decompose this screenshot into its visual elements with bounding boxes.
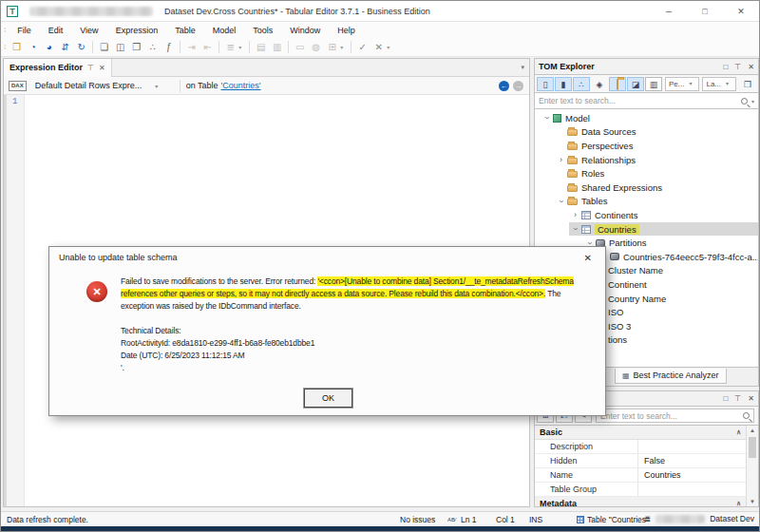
find-window-icon[interactable]: ▭ — [292, 40, 308, 55]
outdent-icon[interactable]: ⇤ — [200, 40, 216, 55]
edit-scripts-icon[interactable]: ◕ — [41, 40, 57, 55]
expander-icon[interactable]: › — [555, 155, 567, 164]
expander-icon[interactable]: › — [569, 210, 581, 219]
toolbar-grip-icon[interactable]: ⁞ — [4, 43, 5, 51]
tree-item-model[interactable]: ›Model — [535, 111, 758, 125]
linked-properties-icon[interactable]: ❐ — [739, 77, 756, 91]
cancel-changes-dropdown-icon[interactable]: ▾ — [387, 44, 394, 50]
format-dax-dropdown-icon[interactable]: ▾ — [238, 44, 246, 50]
menu-tools[interactable]: Tools — [244, 24, 281, 37]
tab-expression-editor[interactable]: Expression Editor ⊤ ✕ — [4, 59, 112, 77]
menu-grip-icon[interactable]: ⁞ — [4, 26, 5, 34]
format-dax-icon[interactable]: ≣ — [222, 40, 238, 55]
search-options-dropdown-icon[interactable]: ▾ — [751, 98, 754, 104]
property-value[interactable]: Countries — [638, 468, 746, 482]
pin-icon[interactable]: ⊤ — [734, 394, 741, 403]
table-preview-icon[interactable]: ◫ — [112, 40, 128, 55]
indent-icon[interactable]: ⇥ — [183, 40, 200, 55]
accept-changes-icon[interactable]: ✓ — [354, 40, 370, 55]
window-layout-icon[interactable]: ⊞ — [324, 40, 340, 55]
pin-icon[interactable]: ⊤ — [87, 64, 94, 72]
tree-item-data-sources[interactable]: Data Sources — [535, 125, 758, 140]
tree-item-roles[interactable]: Roles — [535, 166, 758, 180]
expander-icon[interactable]: › — [555, 197, 567, 206]
dialog-close-icon[interactable]: ✕ — [584, 253, 592, 263]
property-value[interactable] — [638, 483, 746, 496]
import-tables-icon[interactable]: ⇵ — [57, 40, 73, 55]
expander-icon[interactable]: › — [541, 113, 553, 123]
hide-hidden-objects-icon[interactable]: ◪ — [627, 77, 644, 91]
tom-search-input[interactable] — [535, 93, 741, 108]
pin-icon[interactable]: ⊤ — [734, 63, 741, 71]
property-value[interactable]: False — [638, 454, 746, 467]
menu-help[interactable]: Help — [329, 24, 364, 37]
close-tab-icon[interactable]: ✕ — [99, 64, 105, 72]
menu-expression[interactable]: Expression — [107, 24, 167, 37]
tab-best-practice-analyzer[interactable]: ▦ Best Practice Analyzer — [615, 369, 727, 384]
property-group-metadata[interactable]: Metadata∧ — [535, 497, 746, 507]
partitions-view-icon[interactable]: ◈ — [591, 77, 608, 91]
tree-item-countries[interactable]: ›Countries — [535, 222, 758, 237]
properties-scrollbar[interactable]: ▲ ▼ — [746, 426, 758, 506]
collapse-icon[interactable]: ∧ — [736, 428, 741, 436]
insert-rows-icon[interactable]: ▥ — [269, 40, 285, 55]
columns-view-icon[interactable]: ▥ — [645, 77, 662, 91]
script-icon[interactable]: ƒ — [161, 40, 177, 55]
deploy-icon[interactable]: ◔ — [25, 40, 41, 55]
tab-list-dropdown-icon[interactable]: ▾ — [521, 64, 524, 71]
filter-tables-icon[interactable]: ▯ — [537, 77, 554, 91]
comment-icon[interactable]: ◍ — [308, 40, 324, 55]
expander-icon[interactable]: › — [569, 224, 581, 234]
window-layout-dropdown-icon[interactable]: ▾ — [340, 44, 348, 50]
menu-window[interactable]: Window — [281, 24, 329, 37]
close-button[interactable]: ✕ — [723, 2, 759, 21]
menu-file[interactable]: File — [9, 24, 40, 37]
cancel-changes-icon[interactable]: ✕ — [370, 40, 387, 55]
property-value[interactable] — [638, 440, 746, 453]
scroll-down-icon[interactable]: ▼ — [747, 499, 758, 504]
scrollbar-thumb[interactable] — [749, 437, 756, 458]
minimize-button[interactable]: ─ — [651, 2, 687, 21]
display-folders-icon[interactable] — [609, 77, 626, 91]
relationships-icon[interactable]: ∴ — [144, 40, 161, 55]
tree-item-tables[interactable]: ›Tables — [535, 195, 758, 209]
maximize-panel-icon[interactable]: □ — [723, 394, 728, 403]
tree-item-perspectives[interactable]: Perspectives — [535, 139, 758, 153]
filter-table-objects-icon[interactable]: ▮ — [555, 77, 572, 91]
tree-item-relationships[interactable]: ›Relationships — [535, 153, 758, 167]
tree-item-shared-expressions[interactable]: Shared Expressions — [535, 180, 758, 195]
property-group-basic[interactable]: Basic∧ — [535, 426, 746, 440]
menu-table[interactable]: Table — [166, 24, 204, 37]
menu-view[interactable]: View — [71, 24, 106, 37]
scroll-up-icon[interactable]: ▲ — [747, 428, 758, 433]
collapse-icon[interactable]: ∧ — [736, 500, 741, 507]
maximize-panel-icon[interactable]: □ — [723, 63, 728, 71]
tree-item-continents[interactable]: ›Continents — [535, 208, 758, 222]
properties-search-input[interactable] — [597, 409, 743, 422]
perspective-selector[interactable]: Pe...▾ — [665, 77, 699, 91]
duplicate-icon[interactable]: ❐ — [128, 40, 144, 55]
close-panel-icon[interactable]: ✕ — [748, 394, 754, 403]
hierarchy-view-icon[interactable]: ∴ — [573, 77, 590, 91]
menu-edit[interactable]: Edit — [40, 24, 72, 37]
table-countries-link[interactable]: 'Countries' — [221, 81, 261, 90]
property-row-description[interactable]: Description — [535, 440, 746, 454]
property-row-name[interactable]: NameCountries — [535, 468, 746, 483]
maximize-button[interactable]: □ — [687, 2, 723, 21]
tom-explorer-title: TOM Explorer — [539, 62, 595, 71]
refresh-icon[interactable]: ↻ — [73, 40, 89, 55]
tree-item-core: Shared Expressions — [555, 180, 758, 195]
new-expression-icon[interactable]: ❏ — [96, 40, 112, 55]
ok-button[interactable]: OK — [304, 389, 352, 408]
forward-icon[interactable]: → — [513, 81, 523, 91]
back-icon[interactable]: ← — [499, 81, 509, 91]
insert-columns-icon[interactable]: ▤ — [253, 40, 269, 55]
culture-selector[interactable]: La...▾ — [702, 77, 736, 91]
toolbar-separator — [92, 41, 93, 53]
menu-model[interactable]: Model — [204, 24, 245, 37]
expression-selector-dropdown[interactable]: Default Detail Rows Expre... ▾ — [31, 81, 174, 90]
close-panel-icon[interactable]: ✕ — [748, 63, 754, 71]
property-row-hidden[interactable]: HiddenFalse — [535, 454, 746, 468]
save-icon[interactable]: ❒ — [9, 40, 25, 55]
property-row-table-group[interactable]: Table Group — [535, 483, 746, 497]
